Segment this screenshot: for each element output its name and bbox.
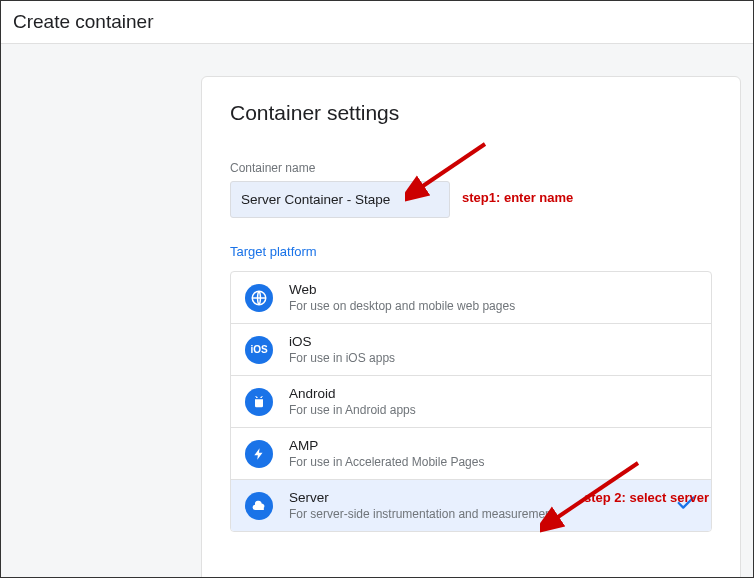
platform-list: Web For use on desktop and mobile web pa… (230, 271, 712, 532)
dialog-body: Container settings Container name Target… (1, 44, 753, 578)
platform-desc: For use in Android apps (289, 403, 697, 417)
container-name-input[interactable] (230, 181, 450, 218)
checkmark-icon (675, 492, 697, 519)
platform-name: Web (289, 282, 697, 297)
platform-option-android[interactable]: Android For use in Android apps (231, 376, 711, 428)
target-platform-label: Target platform (230, 244, 712, 259)
platform-desc: For use in Accelerated Mobile Pages (289, 455, 697, 469)
android-icon (245, 388, 273, 416)
cloud-icon (245, 492, 273, 520)
platform-option-ios[interactable]: iOS iOS For use in iOS apps (231, 324, 711, 376)
settings-card: Container settings Container name Target… (201, 76, 741, 578)
dialog-title: Create container (13, 11, 153, 32)
amp-icon (245, 440, 273, 468)
platform-name: AMP (289, 438, 697, 453)
platform-option-web[interactable]: Web For use on desktop and mobile web pa… (231, 272, 711, 324)
platform-name: Server (289, 490, 667, 505)
dialog-header: Create container (1, 1, 753, 44)
platform-desc: For use in iOS apps (289, 351, 697, 365)
platform-desc: For use on desktop and mobile web pages (289, 299, 697, 313)
container-name-label: Container name (230, 161, 712, 175)
platform-option-server[interactable]: Server For server-side instrumentation a… (231, 480, 711, 531)
platform-option-amp[interactable]: AMP For use in Accelerated Mobile Pages (231, 428, 711, 480)
globe-icon (245, 284, 273, 312)
platform-desc: For server-side instrumentation and meas… (289, 507, 667, 521)
card-title: Container settings (230, 101, 712, 125)
platform-name: Android (289, 386, 697, 401)
ios-icon: iOS (245, 336, 273, 364)
platform-name: iOS (289, 334, 697, 349)
